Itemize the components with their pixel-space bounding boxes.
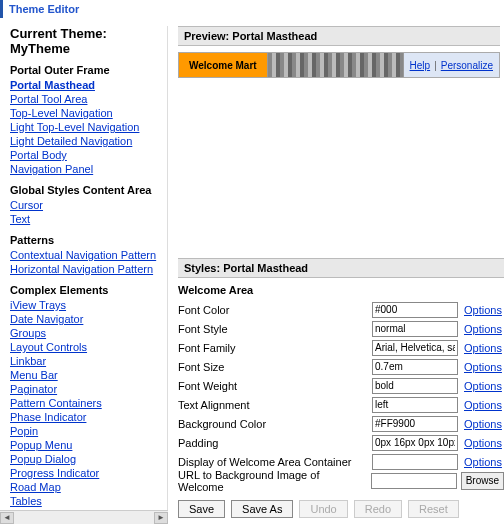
- button-bar: Save Save As Undo Redo Reset: [178, 496, 504, 522]
- sidebar-item[interactable]: Light Detailed Navigation: [10, 134, 161, 148]
- sidebar[interactable]: Current Theme: MyTheme Portal Outer Fram…: [0, 26, 168, 522]
- group-title-global-styles: Global Styles Content Area: [10, 184, 161, 196]
- prop-label: Background Color: [178, 418, 368, 430]
- prop-label: Font Size: [178, 361, 368, 373]
- masthead-banner-image: [267, 53, 404, 77]
- sidebar-item[interactable]: Portal Tool Area: [10, 92, 161, 106]
- save-as-button[interactable]: Save As: [231, 500, 293, 518]
- preview-masthead: Welcome Mart Help | Personalize: [178, 52, 500, 78]
- save-button[interactable]: Save: [178, 500, 225, 518]
- prop-row: Background ColorOptions: [178, 414, 504, 433]
- font-style-input[interactable]: [372, 321, 458, 337]
- sidebar-item[interactable]: Text: [10, 212, 161, 226]
- welcome-area: Welcome Mart: [179, 53, 267, 77]
- background-color-input[interactable]: [372, 416, 458, 432]
- sidebar-item[interactable]: Date Navigator: [10, 312, 161, 326]
- options-link[interactable]: Options: [464, 418, 502, 430]
- sidebar-item[interactable]: Menu Bar: [10, 368, 161, 382]
- text-alignment-input[interactable]: [372, 397, 458, 413]
- styles-panel: Styles: Portal Masthead Welcome Area Fon…: [178, 258, 504, 522]
- scroll-left-icon[interactable]: ◄: [0, 512, 14, 524]
- prop-label: Font Style: [178, 323, 368, 335]
- group-title-portal-outer-frame: Portal Outer Frame: [10, 64, 161, 76]
- app-header: Theme Editor: [0, 0, 504, 18]
- prop-row: URL to Background Image of WelcomeBrowse: [178, 471, 504, 490]
- options-link[interactable]: Options: [464, 437, 502, 449]
- sidebar-item[interactable]: Layout Controls: [10, 340, 161, 354]
- sidebar-item[interactable]: Popup Dialog: [10, 452, 161, 466]
- browse-button[interactable]: Browse: [461, 472, 504, 490]
- sidebar-item[interactable]: Phase Indicator: [10, 410, 161, 424]
- sidebar-item[interactable]: Road Map: [10, 480, 161, 494]
- help-link[interactable]: Help: [410, 60, 431, 71]
- options-link[interactable]: Options: [464, 323, 502, 335]
- prop-row: Font ColorOptions: [178, 300, 504, 319]
- sidebar-item[interactable]: Tables: [10, 494, 161, 508]
- display-container-input[interactable]: [372, 454, 458, 470]
- options-link[interactable]: Options: [464, 361, 502, 373]
- options-link[interactable]: Options: [464, 456, 502, 468]
- sidebar-item[interactable]: Cursor: [10, 198, 161, 212]
- sidebar-horizontal-scrollbar[interactable]: ◄ ►: [0, 510, 168, 524]
- sidebar-item[interactable]: Navigation Panel: [10, 162, 161, 176]
- scroll-right-icon[interactable]: ►: [154, 512, 168, 524]
- prop-row: Text AlignmentOptions: [178, 395, 504, 414]
- styles-section-label: Welcome Area: [178, 282, 504, 300]
- prop-label: URL to Background Image of Welcome: [178, 469, 367, 493]
- prop-row: Font SizeOptions: [178, 357, 504, 376]
- styles-panel-title: Styles: Portal Masthead: [178, 258, 504, 278]
- masthead-links: Help | Personalize: [404, 53, 499, 77]
- prop-label: Display of Welcome Area Container: [178, 456, 368, 468]
- font-size-input[interactable]: [372, 359, 458, 375]
- main-split: Current Theme: MyTheme Portal Outer Fram…: [0, 26, 504, 522]
- redo-button[interactable]: Redo: [354, 500, 402, 518]
- prop-row: Font WeightOptions: [178, 376, 504, 395]
- current-theme-title: Current Theme: MyTheme: [10, 26, 161, 56]
- font-family-input[interactable]: [372, 340, 458, 356]
- prop-row: PaddingOptions: [178, 433, 504, 452]
- sidebar-item[interactable]: Paginator: [10, 382, 161, 396]
- personalize-link[interactable]: Personalize: [441, 60, 493, 71]
- sidebar-item[interactable]: Popin: [10, 424, 161, 438]
- group-title-patterns: Patterns: [10, 234, 161, 246]
- sidebar-item[interactable]: Linkbar: [10, 354, 161, 368]
- prop-label: Font Color: [178, 304, 368, 316]
- sidebar-item[interactable]: Groups: [10, 326, 161, 340]
- sidebar-item[interactable]: Contextual Navigation Pattern: [10, 248, 161, 262]
- prop-label: Text Alignment: [178, 399, 368, 411]
- font-weight-input[interactable]: [372, 378, 458, 394]
- options-link[interactable]: Options: [464, 342, 502, 354]
- prop-label: Font Weight: [178, 380, 368, 392]
- preview-panel-title: Preview: Portal Masthead: [178, 26, 500, 46]
- content-pane: Preview: Portal Masthead Welcome Mart He…: [168, 26, 504, 522]
- sidebar-item[interactable]: Top-Level Navigation: [10, 106, 161, 120]
- sidebar-item[interactable]: Horizontal Navigation Pattern: [10, 262, 161, 276]
- group-title-complex-elements: Complex Elements: [10, 284, 161, 296]
- sidebar-item[interactable]: iView Trays: [10, 298, 161, 312]
- prop-row: Font StyleOptions: [178, 319, 504, 338]
- link-separator: |: [434, 60, 437, 71]
- prop-row: Font FamilyOptions: [178, 338, 504, 357]
- prop-label: Font Family: [178, 342, 368, 354]
- options-link[interactable]: Options: [464, 380, 502, 392]
- sidebar-item[interactable]: Pattern Containers: [10, 396, 161, 410]
- padding-input[interactable]: [372, 435, 458, 451]
- sidebar-item[interactable]: Popup Menu: [10, 438, 161, 452]
- sidebar-item-portal-masthead[interactable]: Portal Masthead: [10, 78, 161, 92]
- bg-image-url-input[interactable]: [371, 473, 457, 489]
- options-link[interactable]: Options: [464, 399, 502, 411]
- reset-button[interactable]: Reset: [408, 500, 459, 518]
- font-color-input[interactable]: [372, 302, 458, 318]
- sidebar-item[interactable]: Progress Indicator: [10, 466, 161, 480]
- undo-button[interactable]: Undo: [299, 500, 347, 518]
- prop-label: Padding: [178, 437, 368, 449]
- options-link[interactable]: Options: [464, 304, 502, 316]
- sidebar-item[interactable]: Portal Body: [10, 148, 161, 162]
- sidebar-item[interactable]: Light Top-Level Navigation: [10, 120, 161, 134]
